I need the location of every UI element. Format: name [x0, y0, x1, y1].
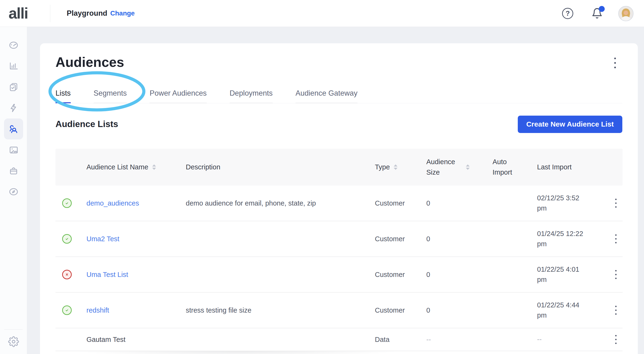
type-cell: Customer — [375, 199, 426, 207]
row-status-cell — [56, 306, 86, 315]
table-row: Uma2 Test Customer 0 01/24/25 12:22 pm — [56, 221, 622, 257]
sidebar-item-products[interactable] — [4, 160, 23, 181]
tab-bar: Lists Segments Power Audiences Deploymen… — [56, 84, 622, 103]
tab-audience-gateway[interactable]: Audience Gateway — [296, 84, 358, 103]
list-name-link[interactable]: Uma2 Test — [86, 235, 119, 243]
users-icon — [8, 124, 19, 134]
column-header-name[interactable]: Audience List Name — [86, 162, 186, 173]
topbar: alli Playground Change ? — [0, 0, 644, 27]
column-header-audience-size[interactable]: Audience Size — [426, 157, 492, 177]
success-check-icon — [62, 234, 72, 244]
lightning-icon — [8, 103, 19, 113]
notification-dot — [599, 6, 605, 12]
tab-deployments[interactable]: Deployments — [230, 84, 273, 103]
tab-power-audiences[interactable]: Power Audiences — [150, 84, 207, 103]
page-title: Audiences — [56, 54, 124, 70]
type-cell: Data — [375, 336, 426, 344]
compass-icon — [8, 186, 19, 197]
alli-logo[interactable]: alli — [8, 4, 28, 22]
row-status-cell — [56, 234, 86, 244]
type-cell: Customer — [375, 235, 426, 243]
section-header: Audience Lists Create New Audience List — [56, 115, 622, 134]
sidebar-item-dashboard[interactable] — [4, 35, 23, 56]
bar-chart-icon — [8, 61, 19, 71]
question-mark-icon: ? — [566, 9, 570, 17]
row-menu-button[interactable] — [615, 199, 616, 208]
row-menu-button[interactable] — [615, 270, 616, 279]
description-cell: stress testing file size — [186, 306, 375, 314]
description-cell: demo audience for email, phone, state, z… — [186, 199, 375, 207]
sidebar-item-settings[interactable] — [0, 329, 27, 354]
last-import-cell: 02/12/25 3:52 pm — [537, 193, 588, 214]
table-row: redshift stress testing file size Custom… — [56, 293, 622, 328]
type-cell: Customer — [375, 306, 426, 314]
list-name-link[interactable]: Uma Test List — [86, 271, 128, 279]
table-row: demo_audiences demo audience for email, … — [56, 185, 622, 221]
profile-photo — [619, 6, 633, 21]
sidebar-item-analytics[interactable] — [4, 56, 23, 77]
table-row: Gautam Test Data -- -- — [56, 328, 622, 351]
audience-size-cell: 0 — [426, 306, 492, 314]
table-row: Uma Test List Customer 0 01/22/25 4:01 p… — [56, 257, 622, 293]
sidebar-item-creative[interactable] — [4, 139, 23, 160]
list-name-link[interactable]: redshift — [86, 306, 109, 314]
row-menu-button[interactable] — [615, 306, 616, 315]
avatar[interactable] — [618, 6, 634, 21]
workspace-name: Playground — [67, 9, 108, 18]
list-name-link[interactable]: demo_audiences — [86, 199, 139, 207]
audience-size-cell: 0 — [426, 235, 492, 243]
sidebar-item-automations[interactable] — [4, 98, 23, 119]
table-header-row: Audience List Name Description Type Audi… — [56, 149, 622, 185]
create-new-audience-list-button[interactable]: Create New Audience List — [518, 116, 622, 133]
sort-icon[interactable] — [466, 164, 470, 170]
help-button[interactable]: ? — [562, 8, 573, 19]
sort-icon[interactable] — [152, 164, 156, 170]
error-x-icon — [62, 270, 72, 279]
type-cell: Customer — [375, 271, 426, 279]
last-import-cell: 01/22/25 4:01 pm — [537, 264, 588, 285]
last-import-cell: 01/22/25 4:44 pm — [537, 300, 588, 321]
success-check-icon — [62, 198, 72, 208]
row-menu-button[interactable] — [615, 335, 616, 344]
section-title: Audience Lists — [56, 119, 118, 129]
bag-icon — [8, 166, 19, 176]
column-header-description: Description — [186, 162, 375, 173]
last-import-cell: -- — [537, 334, 588, 345]
clipboard-check-icon — [8, 82, 19, 92]
column-header-last-import: Last Import — [537, 162, 588, 173]
tab-lists[interactable]: Lists — [56, 84, 71, 103]
last-import-cell: 01/24/25 12:22 pm — [537, 229, 588, 249]
audience-size-cell: -- — [426, 336, 492, 344]
tab-segments[interactable]: Segments — [94, 84, 127, 103]
image-icon — [8, 145, 19, 155]
list-name-link[interactable]: Gautam Test — [86, 336, 126, 344]
audience-size-cell: 0 — [426, 199, 492, 207]
row-status-cell — [56, 270, 86, 279]
audience-lists-table: Audience List Name Description Type Audi… — [56, 149, 622, 351]
notifications-button[interactable] — [591, 7, 603, 19]
kebab-icon — [614, 58, 616, 68]
sidebar-item-discover[interactable] — [4, 181, 23, 202]
sidebar — [0, 27, 27, 354]
audience-size-cell: 0 — [426, 271, 492, 279]
sidebar-item-audiences[interactable] — [4, 119, 23, 139]
bottom-shadow — [56, 351, 419, 354]
card-menu-button[interactable] — [614, 58, 616, 68]
gear-icon — [8, 336, 19, 347]
sidebar-item-tasks[interactable] — [4, 77, 23, 98]
audiences-card: Audiences Lists Segments Power Audiences… — [40, 43, 638, 354]
success-check-icon — [62, 306, 72, 315]
change-workspace-link[interactable]: Change — [110, 9, 135, 17]
sort-icon[interactable] — [394, 164, 398, 170]
row-status-cell — [56, 198, 86, 208]
topbar-divider — [50, 5, 50, 22]
row-menu-button[interactable] — [615, 234, 616, 243]
column-header-auto-import: Auto Import — [492, 157, 537, 177]
column-header-type[interactable]: Type — [375, 162, 426, 173]
gauge-icon — [8, 40, 19, 50]
